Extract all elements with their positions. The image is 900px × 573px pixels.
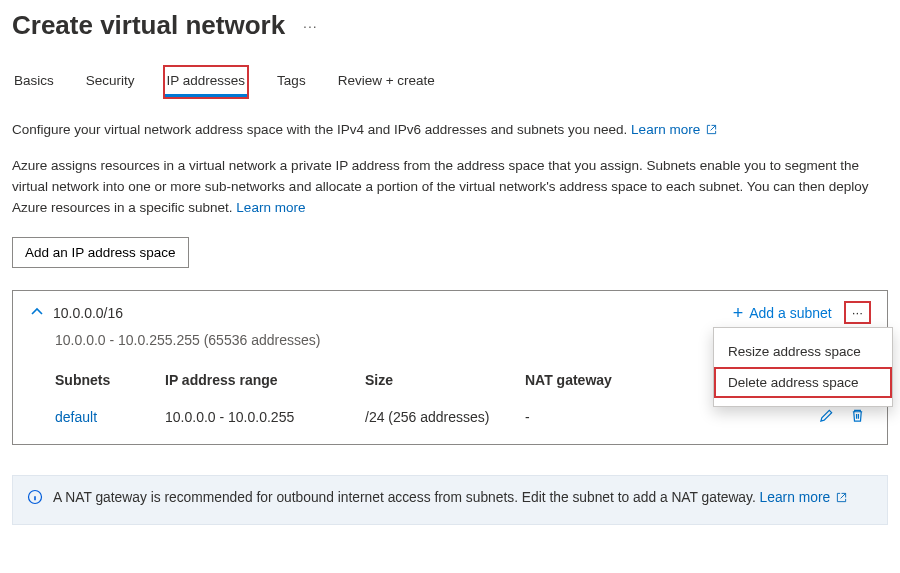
external-link-icon [706, 124, 717, 135]
col-nat: NAT gateway [525, 372, 685, 388]
plus-icon: + [733, 304, 744, 322]
context-menu: Resize address space Delete address spac… [713, 327, 893, 407]
subnet-nat: - [525, 409, 685, 425]
more-actions-button[interactable]: ··· [846, 303, 869, 322]
table-row: default 10.0.0.0 - 10.0.0.255 /24 (256 a… [55, 408, 893, 426]
more-icon[interactable]: ··· [303, 18, 318, 34]
add-subnet-label: Add a subnet [749, 305, 832, 321]
tab-security[interactable]: Security [84, 67, 137, 97]
col-range: IP address range [165, 372, 365, 388]
col-size: Size [365, 372, 525, 388]
menu-delete-space[interactable]: Delete address space [714, 367, 892, 398]
description-1-text: Configure your virtual network address s… [12, 122, 631, 137]
page-title: Create virtual network [12, 10, 285, 41]
subnet-range: 10.0.0.0 - 10.0.0.255 [165, 409, 365, 425]
description-2-text: Azure assigns resources in a virtual net… [12, 158, 869, 215]
menu-resize-space[interactable]: Resize address space [714, 336, 892, 367]
description-1: Configure your virtual network address s… [12, 120, 888, 140]
tab-review-create[interactable]: Review + create [336, 67, 437, 97]
edit-icon[interactable] [819, 408, 834, 426]
add-ip-space-button[interactable]: Add an IP address space [12, 237, 189, 268]
description-2: Azure assigns resources in a virtual net… [12, 156, 888, 219]
tab-basics[interactable]: Basics [12, 67, 56, 97]
learn-more-link-2[interactable]: Learn more [236, 200, 305, 215]
address-space-panel: 10.0.0.0/16 + Add a subnet ··· 10.0.0.0 … [12, 290, 888, 445]
info-learn-more-link[interactable]: Learn more [760, 490, 847, 505]
info-icon [27, 489, 43, 512]
external-link-icon [836, 492, 847, 503]
learn-more-link-1[interactable]: Learn more [631, 122, 717, 137]
delete-icon[interactable] [850, 408, 865, 426]
info-text: A NAT gateway is recommended for outboun… [53, 490, 760, 505]
chevron-up-icon[interactable] [31, 305, 43, 321]
tab-ip-addresses[interactable]: IP addresses [165, 67, 248, 97]
subnet-name-link[interactable]: default [55, 409, 165, 425]
col-subnets: Subnets [55, 372, 165, 388]
add-subnet-button[interactable]: + Add a subnet [733, 304, 832, 322]
address-space-cidr: 10.0.0.0/16 [53, 305, 123, 321]
info-banner: A NAT gateway is recommended for outboun… [12, 475, 888, 525]
tabs-bar: Basics Security IP addresses Tags Review… [12, 67, 888, 98]
subnet-size: /24 (256 addresses) [365, 409, 525, 425]
tab-tags[interactable]: Tags [275, 67, 308, 97]
